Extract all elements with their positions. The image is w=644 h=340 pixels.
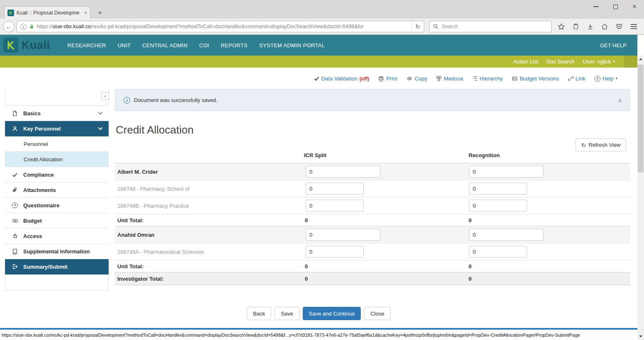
sidebar-item-label: Budget	[23, 218, 42, 224]
search-bar[interactable]	[429, 21, 552, 32]
budget-versions-link[interactable]: Budget Versions	[512, 75, 559, 82]
url-input[interactable]: i https://siue-sbx.kuali.co/res/kc-pd-kr…	[17, 21, 424, 32]
sidebar-item-access[interactable]: Access	[5, 228, 109, 244]
pocket-icon[interactable]	[614, 21, 625, 32]
scroll-up-button[interactable]	[637, 56, 644, 63]
sidebar-item-credit-allocation[interactable]: Credit Allocation	[5, 152, 109, 167]
get-help-link[interactable]: GET HELP	[600, 42, 627, 49]
nav-item-reports[interactable]: REPORTS	[221, 42, 248, 49]
icr-split-input[interactable]	[306, 183, 364, 195]
browser-tab[interactable]: K Kuali :: Proposal Developme ×	[4, 6, 90, 19]
recognition-input[interactable]	[469, 229, 544, 241]
copy-link[interactable]: Copy	[406, 75, 427, 82]
menu-icon[interactable]	[628, 21, 639, 32]
brand-wordmark[interactable]: Kuali	[22, 39, 50, 52]
nav-item-unit[interactable]: UNIT	[118, 42, 131, 49]
table-row-person: Albert M. Crider	[115, 163, 630, 180]
sidebar-item-attachments[interactable]: Attachments	[5, 182, 109, 198]
data-validation-link[interactable]: Data Validation (off)	[314, 75, 369, 82]
sidebar-item-summary-submit[interactable]: Summary/Submit	[5, 259, 109, 274]
unit-name: 188748B - Pharmacy Practice	[117, 203, 189, 209]
page-title: Credit Allocation	[116, 124, 194, 136]
medusa-link[interactable]: Medusa	[436, 75, 463, 82]
url-path: /res/kc-pd-krad/proposalDevelopment?meth…	[91, 24, 364, 29]
scrollbar-thumb[interactable]	[638, 65, 644, 172]
sidebar-item-personnel[interactable]: Personnel	[5, 136, 109, 152]
alert-close-button[interactable]: x	[618, 97, 622, 104]
minimize-icon	[593, 6, 598, 7]
eye-icon	[406, 76, 413, 81]
back-button[interactable]: ←	[3, 21, 15, 32]
icr-split-input[interactable]	[306, 229, 380, 241]
medusa-label: Medusa	[444, 75, 463, 82]
nav-item-system-admin-portal[interactable]: SYSTEM ADMIN PORTAL	[259, 42, 325, 49]
hierarchy-link[interactable]: Hierarchy	[472, 75, 503, 82]
doc-search-link[interactable]: Doc Search	[547, 58, 575, 65]
recognition-input[interactable]	[469, 200, 527, 212]
recognition-input[interactable]	[469, 166, 544, 178]
sidebar-item-label: Questionnaire	[23, 202, 59, 209]
document-toolbar: Data Validation (off) Print Copy Medusa	[0, 75, 637, 82]
save-and-continue-button[interactable]: Save and Continue	[303, 307, 361, 320]
scroll-down-button[interactable]	[637, 333, 644, 340]
site-info-icon[interactable]: i	[20, 24, 27, 30]
table-row-unit: 188748A - Pharmaceutical Sciences	[115, 243, 630, 260]
window-maximize-button[interactable]	[609, 2, 622, 12]
browser-action-icons	[556, 21, 639, 32]
vertical-scrollbar[interactable]	[637, 56, 644, 340]
print-label: Print	[386, 75, 397, 82]
downloads-icon[interactable]	[585, 21, 595, 32]
reload-button[interactable]: ↻	[411, 21, 424, 32]
window-close-button[interactable]: ×	[628, 2, 641, 12]
sidebar-item-key-personnel[interactable]: Key Personnel	[5, 121, 109, 136]
search-input[interactable]	[442, 24, 548, 29]
recognition-input[interactable]	[469, 246, 527, 258]
new-tab-button[interactable]: +	[95, 8, 105, 18]
icr-split-input[interactable]	[306, 200, 364, 212]
help-menu[interactable]: ? Help ▾	[595, 75, 617, 82]
sidebar-item-budget[interactable]: Budget	[5, 213, 109, 228]
action-bar: Action List Doc Search User: nglick ▾	[0, 56, 637, 68]
sidebar-item-compliance[interactable]: Compliance	[5, 167, 109, 182]
url-scheme: https://	[37, 24, 53, 29]
save-button[interactable]: Save	[275, 307, 299, 320]
link-link[interactable]: Link	[568, 75, 586, 82]
sidebar-item-label: Compliance	[23, 172, 54, 178]
bookmarks-menu-icon[interactable]	[570, 21, 581, 32]
app-nav: RESEARCHER UNIT CENTRAL ADMIN COI REPORT…	[68, 42, 325, 49]
banknote-icon	[11, 218, 19, 223]
icr-split-input[interactable]	[306, 246, 364, 258]
action-list-link[interactable]: Action List	[513, 58, 538, 65]
kuali-favicon-icon: K	[7, 10, 14, 16]
sidebar-item-basics[interactable]: Basics	[5, 106, 109, 121]
window-minimize-button[interactable]	[590, 2, 602, 12]
bookmark-star-icon[interactable]	[556, 21, 566, 32]
user-menu-label: User: nglick	[583, 58, 611, 65]
nav-item-central-admin[interactable]: CENTRAL ADMIN	[142, 42, 187, 49]
lock-icon	[11, 233, 19, 239]
icr-split-input[interactable]	[306, 166, 380, 178]
print-link[interactable]: Print	[378, 75, 397, 82]
sidebar-item-questionnaire[interactable]: ? Questionnaire	[5, 198, 109, 213]
close-button[interactable]: Close	[364, 307, 390, 320]
user-menu[interactable]: User: nglick ▾	[583, 58, 615, 65]
sidebar-item-label: Credit Allocation	[24, 156, 63, 163]
tab-close-icon[interactable]: ×	[84, 10, 87, 16]
budget-versions-label: Budget Versions	[520, 75, 559, 82]
url-domain: siue-sbx.kuali.co	[53, 24, 91, 29]
nav-item-coi[interactable]: COI	[199, 42, 209, 49]
refresh-view-button[interactable]: ↻ Refresh View	[576, 138, 626, 151]
unit-total-label: Unit Total:	[117, 263, 143, 270]
recognition-input[interactable]	[469, 183, 527, 195]
check-icon	[314, 76, 319, 81]
sidebar-collapse-button[interactable]: ‹	[102, 92, 109, 100]
home-icon[interactable]	[599, 21, 610, 32]
scroll-down-icon	[639, 335, 642, 338]
sidebar-item-supplemental-information[interactable]: Supplemental Information	[5, 244, 109, 259]
sidebar-item-label: Personnel	[24, 141, 48, 147]
table-row-unit: 188748 - Pharmacy, School of	[115, 180, 630, 197]
nav-item-researcher[interactable]: RESEARCHER	[68, 42, 106, 49]
sidebar-item-label: Basics	[23, 110, 41, 117]
back-button[interactable]: Back	[247, 307, 271, 320]
browser-window: K Kuali :: Proposal Developme × + × ← i …	[0, 0, 644, 340]
